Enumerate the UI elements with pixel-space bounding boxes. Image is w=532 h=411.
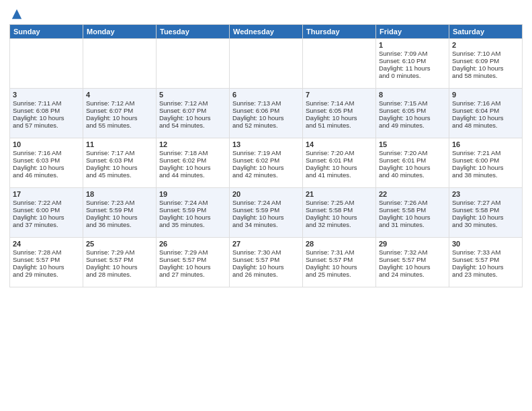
- day-info: Sunrise: 7:24 AM: [159, 199, 226, 206]
- day-info: and 46 minutes.: [13, 171, 80, 179]
- day-number: 21: [306, 190, 373, 198]
- day-info: Daylight: 10 hours: [379, 214, 446, 221]
- day-info: Sunrise: 7:12 AM: [159, 99, 226, 107]
- weekday-header-friday: Friday: [376, 25, 449, 39]
- day-number: 30: [452, 240, 519, 248]
- logo: [9, 9, 23, 20]
- day-number: 10: [13, 140, 80, 148]
- day-info: Daylight: 10 hours: [13, 114, 80, 122]
- day-info: Sunrise: 7:17 AM: [86, 149, 153, 156]
- day-info: Daylight: 10 hours: [232, 263, 300, 271]
- day-info: Sunrise: 7:15 AM: [379, 99, 446, 107]
- calendar-cell: 12Sunrise: 7:18 AMSunset: 6:02 PMDayligh…: [157, 138, 230, 188]
- day-info: and 26 minutes.: [232, 271, 300, 278]
- day-info: Sunrise: 7:23 AM: [86, 199, 153, 206]
- day-info: Sunrise: 7:30 AM: [232, 248, 300, 256]
- calendar-cell: 14Sunrise: 7:20 AMSunset: 6:01 PMDayligh…: [303, 138, 376, 188]
- day-info: Daylight: 10 hours: [159, 164, 226, 171]
- svg-marker-0: [12, 9, 21, 19]
- day-info: Sunset: 6:09 PM: [452, 57, 519, 64]
- day-info: and 48 minutes.: [452, 122, 519, 129]
- day-info: Sunrise: 7:18 AM: [159, 149, 226, 156]
- day-info: Sunset: 6:04 PM: [452, 107, 519, 114]
- weekday-header-monday: Monday: [83, 25, 157, 39]
- day-info: and 44 minutes.: [159, 171, 226, 179]
- day-info: Sunset: 6:08 PM: [13, 107, 80, 114]
- day-info: Sunset: 5:59 PM: [86, 206, 153, 214]
- weekday-header-sunday: Sunday: [10, 25, 83, 39]
- day-number: 4: [86, 91, 153, 99]
- calendar-cell: 24Sunrise: 7:28 AMSunset: 5:57 PMDayligh…: [10, 238, 83, 287]
- day-info: Sunrise: 7:13 AM: [232, 99, 300, 107]
- day-info: and 34 minutes.: [232, 221, 300, 228]
- day-info: and 40 minutes.: [379, 171, 446, 179]
- day-info: Sunset: 5:58 PM: [379, 206, 446, 214]
- calendar-cell: 29Sunrise: 7:32 AMSunset: 5:57 PMDayligh…: [376, 238, 449, 287]
- weekday-header-saturday: Saturday: [449, 25, 523, 39]
- day-info: and 35 minutes.: [159, 221, 226, 228]
- calendar-cell: [157, 39, 230, 89]
- day-info: Daylight: 10 hours: [306, 263, 373, 271]
- day-info: and 36 minutes.: [86, 221, 153, 228]
- day-info: and 55 minutes.: [86, 122, 153, 129]
- calendar-cell: 17Sunrise: 7:22 AMSunset: 6:00 PMDayligh…: [10, 188, 83, 238]
- calendar-cell: 6Sunrise: 7:13 AMSunset: 6:06 PMDaylight…: [230, 89, 303, 138]
- day-info: Daylight: 10 hours: [306, 164, 373, 171]
- day-info: and 51 minutes.: [306, 122, 373, 129]
- day-info: and 29 minutes.: [13, 271, 80, 278]
- day-number: 7: [306, 91, 373, 99]
- day-info: Daylight: 10 hours: [86, 164, 153, 171]
- day-info: Sunrise: 7:25 AM: [306, 199, 373, 206]
- day-info: Sunrise: 7:21 AM: [452, 149, 519, 156]
- day-info: Sunrise: 7:27 AM: [452, 199, 519, 206]
- calendar-cell: 8Sunrise: 7:15 AMSunset: 6:05 PMDaylight…: [376, 89, 449, 138]
- day-info: and 30 minutes.: [452, 221, 519, 228]
- calendar-cell: 16Sunrise: 7:21 AMSunset: 6:00 PMDayligh…: [449, 138, 523, 188]
- day-info: and 23 minutes.: [452, 271, 519, 278]
- day-number: 26: [159, 240, 226, 248]
- header: [9, 7, 523, 20]
- day-info: Sunrise: 7:14 AM: [306, 99, 373, 107]
- day-info: Sunrise: 7:33 AM: [452, 248, 519, 256]
- day-number: 18: [86, 190, 153, 198]
- day-info: Daylight: 10 hours: [379, 263, 446, 271]
- weekday-header-row: SundayMondayTuesdayWednesdayThursdayFrid…: [10, 25, 523, 39]
- day-number: 24: [13, 240, 80, 248]
- day-info: Daylight: 10 hours: [86, 114, 153, 122]
- calendar-cell: 10Sunrise: 7:16 AMSunset: 6:03 PMDayligh…: [10, 138, 83, 188]
- calendar-cell: 5Sunrise: 7:12 AMSunset: 6:07 PMDaylight…: [157, 89, 230, 138]
- day-number: 14: [306, 140, 373, 148]
- day-info: Sunrise: 7:24 AM: [232, 199, 300, 206]
- calendar-cell: 1Sunrise: 7:09 AMSunset: 6:10 PMDaylight…: [376, 39, 449, 89]
- day-number: 27: [232, 240, 300, 248]
- day-number: 9: [452, 91, 519, 99]
- weekday-header-wednesday: Wednesday: [230, 25, 303, 39]
- day-info: and 38 minutes.: [452, 171, 519, 179]
- day-info: and 32 minutes.: [306, 221, 373, 228]
- day-info: Daylight: 10 hours: [159, 114, 226, 122]
- day-number: 22: [379, 190, 446, 198]
- calendar-cell: [230, 39, 303, 89]
- day-info: Sunset: 6:00 PM: [13, 206, 80, 214]
- day-info: and 52 minutes.: [232, 122, 300, 129]
- day-info: Sunrise: 7:22 AM: [13, 199, 80, 206]
- day-info: Daylight: 10 hours: [86, 214, 153, 221]
- calendar-cell: 4Sunrise: 7:12 AMSunset: 6:07 PMDaylight…: [83, 89, 157, 138]
- day-number: 19: [159, 190, 226, 198]
- day-number: 23: [452, 190, 519, 198]
- day-number: 8: [379, 91, 446, 99]
- day-number: 20: [232, 190, 300, 198]
- day-info: Daylight: 10 hours: [452, 164, 519, 171]
- calendar-week-row: 10Sunrise: 7:16 AMSunset: 6:03 PMDayligh…: [10, 138, 523, 188]
- calendar-cell: 15Sunrise: 7:20 AMSunset: 6:01 PMDayligh…: [376, 138, 449, 188]
- day-info: Sunrise: 7:26 AM: [379, 199, 446, 206]
- day-info: Sunrise: 7:10 AM: [452, 50, 519, 57]
- day-info: Sunset: 6:07 PM: [159, 107, 226, 114]
- day-info: Sunset: 6:01 PM: [306, 156, 373, 164]
- day-number: 12: [159, 140, 226, 148]
- day-info: and 0 minutes.: [379, 72, 446, 79]
- day-info: Sunset: 6:10 PM: [379, 57, 446, 64]
- calendar-cell: 13Sunrise: 7:19 AMSunset: 6:02 PMDayligh…: [230, 138, 303, 188]
- day-info: Sunset: 5:57 PM: [159, 256, 226, 263]
- day-info: Daylight: 10 hours: [159, 263, 226, 271]
